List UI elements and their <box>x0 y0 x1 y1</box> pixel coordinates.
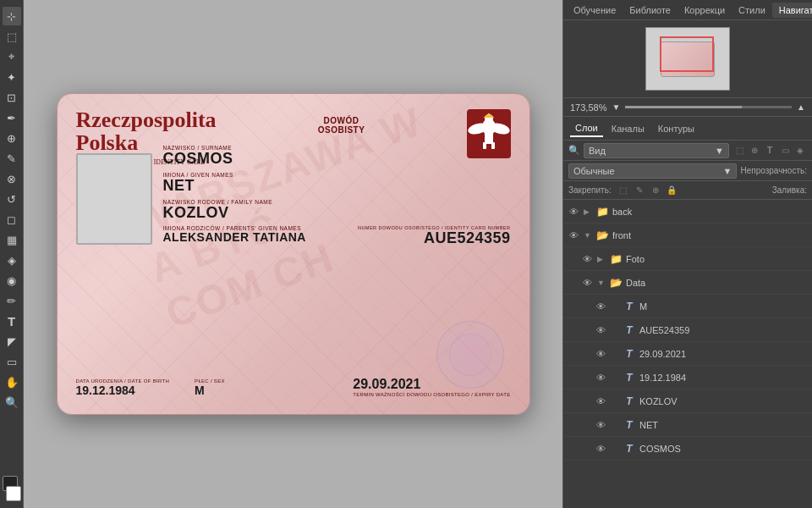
lock-artboard-icon[interactable]: ⊕ <box>649 185 662 196</box>
tab-library[interactable]: Библиоте <box>623 3 678 18</box>
tab-styles[interactable]: Стили <box>732 3 772 18</box>
layer-net[interactable]: 👁 T NET <box>563 413 812 437</box>
layer-name-date1: 29.09.2021 <box>639 349 809 359</box>
id-number-value: AUE524359 <box>358 230 511 247</box>
lock-pixels-icon[interactable]: ⬚ <box>617 185 630 196</box>
layer-visibility-kozlov[interactable]: 👁 <box>594 395 607 408</box>
navigator-viewport[interactable] <box>660 36 714 72</box>
lock-position-icon[interactable]: ✎ <box>633 185 646 196</box>
channels-tab[interactable]: Каналы <box>606 121 650 136</box>
layer-name-front: front <box>612 230 809 240</box>
hand-tool[interactable]: ✋ <box>3 373 21 391</box>
text-layer-filter-icon[interactable]: T <box>763 144 776 157</box>
layer-list: 👁 ▶ 📁 back 👁 ▼ 📂 front 👁 ▶ 📁 Foto <box>563 200 812 508</box>
layer-visibility-date1[interactable]: 👁 <box>594 347 607 361</box>
move-tool[interactable]: ⊹ <box>3 7 21 25</box>
brush-tool[interactable]: ✎ <box>3 149 21 168</box>
lock-text: Закрепить: <box>568 185 612 195</box>
layer-visibility-foto[interactable]: 👁 <box>580 252 594 266</box>
layer-aue[interactable]: 👁 T AUE524359 <box>563 318 812 342</box>
history-tool[interactable]: ↺ <box>3 190 21 208</box>
expand-back[interactable]: ▶ <box>584 207 592 216</box>
text-icon-m: T <box>623 301 636 312</box>
layer-visibility-aue[interactable]: 👁 <box>594 323 607 337</box>
layer-kind-dropdown[interactable]: Вид ▼ <box>584 143 729 158</box>
lock-all-icon[interactable]: 🔒 <box>665 185 678 196</box>
dowod-label: DOWÓD OSOBISTY <box>318 116 365 135</box>
layer-visibility-back[interactable]: 👁 <box>567 205 580 218</box>
adjustment-layer-icon[interactable]: ⊕ <box>748 144 761 157</box>
folder-icon-data: 📂 <box>609 277 623 289</box>
text-icon-kozlov: T <box>623 395 636 407</box>
layer-date1[interactable]: 👁 T 29.09.2021 <box>563 342 812 366</box>
paths-tab[interactable]: Контуры <box>653 121 700 136</box>
navigator-thumbnail[interactable] <box>645 27 730 91</box>
parents-value: ALEKSANDER TATIANA <box>163 231 306 244</box>
magic-wand-tool[interactable]: ✦ <box>3 68 21 86</box>
shape-tool[interactable]: ▭ <box>3 352 21 371</box>
layers-tab[interactable]: Слои <box>570 120 603 137</box>
path-selection-tool[interactable]: ◤ <box>3 332 21 351</box>
layer-visibility-cosmos[interactable]: 👁 <box>594 442 607 456</box>
zoom-tool[interactable]: 🔍 <box>3 393 21 411</box>
dodge-tool[interactable]: ◉ <box>3 271 21 290</box>
surname-value: COSMOS <box>163 151 511 168</box>
parents-and-id-row: IMIONA RODZICÓW / PARENTS' GIVEN NAMES A… <box>163 225 511 251</box>
background-color[interactable] <box>6 486 21 501</box>
tab-navigator[interactable]: Навигато <box>772 3 812 18</box>
layer-type-icons: ⬚ ⊕ T ▭ ◈ <box>732 144 807 157</box>
zoom-down-arrow[interactable]: ▼ <box>612 102 620 112</box>
pixel-layer-icon[interactable]: ⬚ <box>732 144 746 157</box>
eraser-tool[interactable]: ◻ <box>3 210 21 229</box>
layer-kozlov[interactable]: 👁 T KOZLOV <box>563 389 812 413</box>
text-icon-aue: T <box>623 324 636 336</box>
layer-m[interactable]: 👁 T M <box>563 295 812 318</box>
layer-back[interactable]: 👁 ▶ 📁 back <box>563 200 812 224</box>
expiry-label: TERMIN WAŻNOŚCI DOWODU OSOBISTEGO / EXPI… <box>353 392 510 397</box>
text-icon-cosmos: T <box>623 443 636 455</box>
lasso-tool[interactable]: ⌖ <box>3 47 21 66</box>
select-tool[interactable]: ⬚ <box>3 27 21 46</box>
tab-learning[interactable]: Обучение <box>567 3 623 18</box>
layer-filter-bar: 🔍 Вид ▼ ⬚ ⊕ T ▭ ◈ <box>563 141 812 161</box>
expand-data[interactable]: ▼ <box>597 279 606 287</box>
layer-mode-bar: Обычные ▼ Непрозрачность: <box>563 161 812 181</box>
zoom-slider[interactable] <box>625 106 792 108</box>
zoom-bar: 173,58% ▼ ▲ <box>563 98 812 117</box>
dropdown-arrow: ▼ <box>715 146 724 156</box>
layer-visibility-data[interactable]: 👁 <box>580 276 594 290</box>
zoom-up-arrow[interactable]: ▲ <box>797 102 805 112</box>
clone-tool[interactable]: ⊗ <box>3 169 21 188</box>
layer-visibility-date2[interactable]: 👁 <box>594 371 607 384</box>
blur-tool[interactable]: ◈ <box>3 251 21 269</box>
layer-date2[interactable]: 👁 T 19.12.1984 <box>563 366 812 389</box>
layer-name-date2: 19.12.1984 <box>639 373 809 383</box>
pen-tool[interactable]: ✏ <box>3 291 21 310</box>
text-tool[interactable]: T <box>3 312 21 330</box>
layer-foto[interactable]: 👁 ▶ 📁 Foto <box>563 247 812 271</box>
layer-visibility-net[interactable]: 👁 <box>594 418 607 432</box>
sex-field: PŁEC / SEX M <box>195 378 225 397</box>
expand-front[interactable]: ▼ <box>584 231 592 240</box>
eyedropper-tool[interactable]: ✒ <box>3 108 21 127</box>
crop-tool[interactable]: ⊡ <box>3 88 21 107</box>
gradient-tool[interactable]: ▦ <box>3 230 21 249</box>
card-bottom: DATA URODZENIA / DATE OF BIRTH 19.12.198… <box>76 377 511 397</box>
healing-tool[interactable]: ⊕ <box>3 129 21 147</box>
layer-front[interactable]: 👁 ▼ 📂 front <box>563 224 812 247</box>
smart-object-icon[interactable]: ◈ <box>793 144 807 157</box>
hologram-2 <box>449 334 491 376</box>
dob-value: 19.12.1984 <box>76 384 170 397</box>
shape-layer-icon[interactable]: ▭ <box>778 144 792 157</box>
expiry-field: 29.09.2021 TERMIN WAŻNOŚCI DOWODU OSOBIS… <box>353 377 510 397</box>
blend-mode-dropdown[interactable]: Обычные ▼ <box>568 163 737 179</box>
layer-visibility-front[interactable]: 👁 <box>567 229 580 242</box>
parents-field: IMIONA RODZICÓW / PARENTS' GIVEN NAMES A… <box>163 225 306 247</box>
layer-visibility-m[interactable]: 👁 <box>594 300 607 313</box>
tab-corrections[interactable]: Коррекци <box>678 3 732 18</box>
fill-label: Заливка: <box>772 185 807 195</box>
layer-data[interactable]: 👁 ▼ 📂 Data <box>563 271 812 295</box>
layer-cosmos[interactable]: 👁 T COSMOS <box>563 437 812 461</box>
zoom-value: 173,58% <box>570 102 606 113</box>
expand-foto[interactable]: ▶ <box>597 255 606 263</box>
